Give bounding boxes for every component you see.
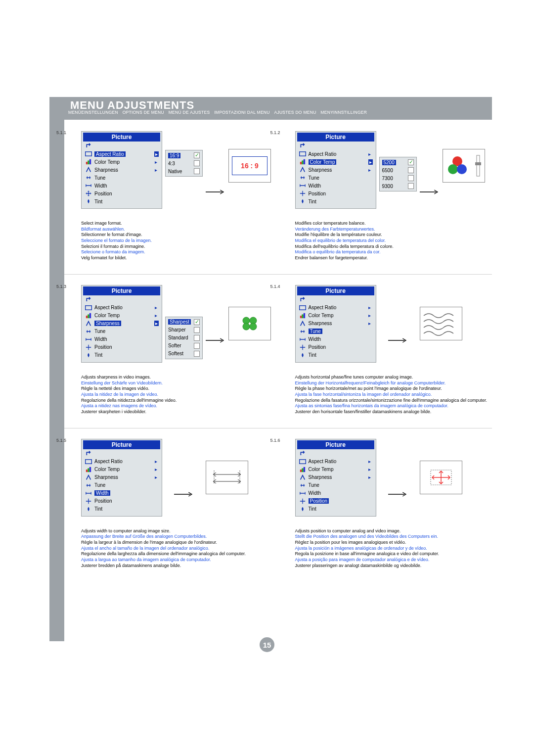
desc-pt: Selecione o formato da imagem. [81,249,275,255]
sub-it: IMPOSTAZIONI DAL MENU [214,110,270,115]
svg-rect-14 [86,316,88,318]
menu-sharpness[interactable]: Sharpness▸ [83,320,161,328]
menu-width[interactable]: Width [83,182,161,189]
menu-tint[interactable]: Tint [297,197,375,205]
menu-sharpness[interactable]: Sharpness▸ [297,320,375,328]
section-513: 5.1.3 Picture Aspect Ratio▸ Color Temp▸ … [64,282,278,418]
menu-position[interactable]: Position [83,343,161,351]
width-icon [85,183,92,189]
menu-width[interactable]: Width [83,489,161,497]
menu-aspect-ratio[interactable]: Aspect Ratio▸ [297,458,375,466]
submenu-softer[interactable]: Softer [167,342,201,350]
osd-menu: Picture Aspect Ratio▸ Color Temp▸ Sharpn… [81,439,162,517]
menu-tune[interactable]: Tune [83,481,161,489]
preview-tune [420,307,462,340]
menu-sharpness[interactable]: Sharpness▸ [297,166,375,174]
svg-rect-16 [89,313,91,318]
menu-tint[interactable]: Tint [83,505,161,513]
sub-es: MENÚ DE AJUSTES [169,110,210,115]
sub-no: MENYINNSTILLINGER [320,110,367,115]
svg-rect-15 [88,314,89,318]
section-516: 5.1.6 Picture Aspect Ratio▸ Color Temp▸ … [278,436,492,572]
submenu-native[interactable]: Native [167,167,201,175]
menu-aspect-ratio[interactable]: Aspect Ratio ▸ [83,150,161,158]
preview-colortemp [443,149,485,183]
svg-rect-32 [303,467,305,472]
arrow-right-icon [420,188,440,197]
submenu-standard[interactable]: Standard [167,334,201,342]
menu-tune[interactable]: Tune [83,328,161,335]
menu-tune[interactable]: Tune [297,328,375,335]
back-icon [297,142,375,150]
checkbox-icon [408,183,414,189]
preview-169: 16 : 9 [228,149,271,183]
submenu-7300[interactable]: 7300 [381,174,415,182]
svg-rect-7 [303,159,305,164]
arrow-right-icon [388,490,408,499]
menu-color-temp[interactable]: Color Temp▸ [297,466,375,473]
svg-rect-2 [88,160,89,164]
menu-aspect-ratio[interactable]: Aspect Ratio▸ [83,304,161,312]
tint-icon [85,198,92,204]
menu-position[interactable]: Position [297,343,375,351]
menu-aspect-ratio[interactable]: Aspect Ratio▸ [83,458,161,466]
desc-514: Adjusts horizontal phase/fine tunes comp… [295,375,490,415]
submenu-softest[interactable]: Softest [167,350,201,358]
content: 5.1.1 Picture Aspect Ratio ▸ Color Temp▸… [64,128,492,571]
menu-aspect-ratio[interactable]: Aspect Ratio▸ [297,304,375,312]
menu-width[interactable]: Width [297,489,375,497]
menu-tint[interactable]: Tint [83,197,161,205]
width-arrows-icon [208,468,246,487]
preview-label: 16 : 9 [241,162,259,170]
menu-position[interactable]: Position [297,189,375,197]
menu-position[interactable]: Position [297,497,375,505]
menu-color-temp[interactable]: Color Temp▸ [83,158,161,166]
menu-width[interactable]: Width [83,335,161,343]
svg-rect-12 [475,162,481,165]
desc-fr: Sélectionner le format d'image. [81,232,275,238]
menu-tune[interactable]: Tune [297,174,375,182]
submenu-5200[interactable]: 5200 [381,158,415,166]
separator [64,274,492,275]
svg-rect-25 [86,459,92,463]
menu-tint[interactable]: Tint [297,351,375,359]
checkbox-checked-icon [194,319,200,325]
back-icon [83,142,161,150]
preview-width [206,461,248,494]
menu-color-temp[interactable]: Color Temp▸ [83,466,161,473]
back-icon [83,450,161,458]
menu-color-temp[interactable]: Color Temp▸ [297,158,375,166]
submenu-43[interactable]: 4:3 [167,159,201,167]
section-number: 5.1.5 [56,438,66,443]
menu-color-temp[interactable]: Color Temp▸ [297,312,375,320]
menu-color-temp[interactable]: Color Temp▸ [83,312,161,320]
menu-tune[interactable]: Tune [297,481,375,489]
menu-sharpness[interactable]: Sharpness▸ [83,473,161,481]
submenu-sharpest[interactable]: Sharpest [167,318,201,326]
menu-tint[interactable]: Tint [297,505,375,513]
menu-sharpness[interactable]: Sharpness▸ [83,166,161,174]
osd-title: Picture [83,440,160,449]
menu-tint[interactable]: Tint [83,351,161,359]
menu-aspect-ratio[interactable]: Aspect Ratio▸ [297,150,375,158]
submenu-sharper[interactable]: Sharper [167,326,201,334]
section-number: 5.1.4 [270,284,280,289]
menu-sharpness[interactable]: Sharpness▸ [297,473,375,481]
svg-rect-22 [300,316,301,318]
menu-tune[interactable]: Tune [83,174,161,182]
arrow-right-icon [388,336,408,345]
checkbox-icon [408,175,414,181]
desc-en: Select image format. [81,221,275,227]
menu-position[interactable]: Position [83,189,161,197]
submenu-9300[interactable]: 9300 [381,182,415,190]
menu-width[interactable]: Width [297,335,375,343]
svg-rect-31 [302,468,303,472]
desc-511: Select image format. Bildformat auswähle… [81,221,275,261]
section-515: 5.1.5 Picture Aspect Ratio▸ Color Temp▸ … [64,436,278,572]
menu-width[interactable]: Width [297,182,375,189]
submenu-169[interactable]: 16:9 [167,151,201,159]
submenu-6500[interactable]: 6500 [381,166,415,174]
svg-rect-24 [303,313,305,318]
desc-512: Modifies color temperature balance. Verä… [295,221,490,261]
menu-position[interactable]: Position [83,497,161,505]
